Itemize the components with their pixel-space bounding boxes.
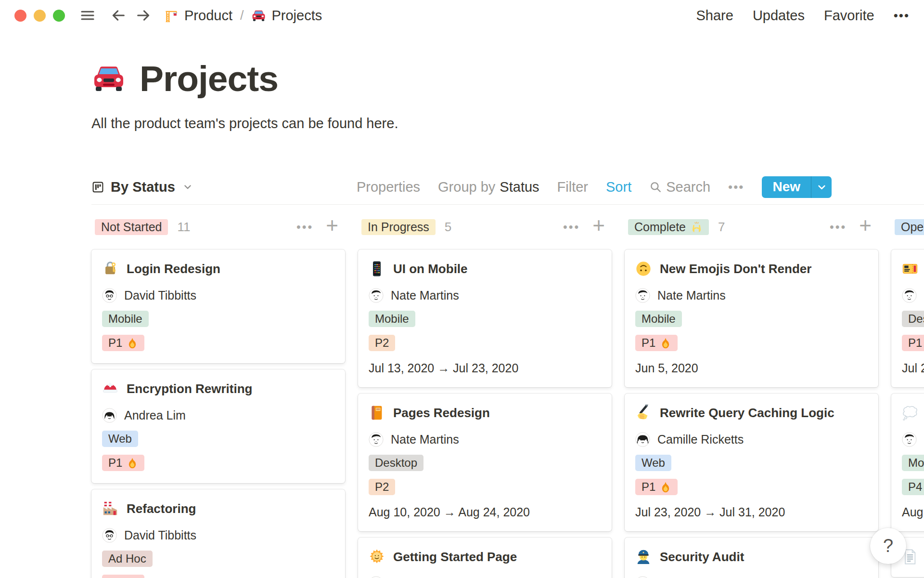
tag-label: P4 bbox=[908, 479, 922, 495]
construction-crane-icon bbox=[164, 8, 179, 23]
card-login-redesign[interactable]: Login RedesignDavid TibbittsMobileP1 bbox=[91, 250, 345, 363]
column-status-label: In Progress bbox=[368, 220, 429, 234]
avatar bbox=[635, 576, 650, 578]
page-title: Projects bbox=[140, 58, 278, 99]
tag-label: P1 bbox=[108, 455, 122, 471]
filter-button[interactable]: Filter bbox=[557, 179, 588, 195]
sidebar-menu-icon[interactable] bbox=[79, 7, 96, 24]
tag-p2: P2 bbox=[369, 335, 395, 351]
column-status-badge: Complete bbox=[628, 219, 709, 235]
search-label: Search bbox=[666, 179, 710, 195]
column-more-icon[interactable]: ••• bbox=[830, 220, 847, 234]
help-button[interactable]: ? bbox=[870, 528, 906, 564]
updates-button[interactable]: Updates bbox=[753, 8, 805, 24]
new-button-caret[interactable] bbox=[811, 176, 832, 198]
avatar bbox=[369, 432, 384, 447]
column-status-label: Complete bbox=[634, 220, 686, 234]
column-add-icon[interactable]: + bbox=[859, 218, 872, 233]
fire-icon bbox=[660, 337, 671, 349]
card-ui-on-mobile[interactable]: UI on MobileNate MartinsMobileP2Jul 13, … bbox=[358, 250, 612, 387]
card-title-text: Login Redesign bbox=[127, 262, 220, 276]
tag-label: P1 bbox=[908, 335, 922, 351]
search-button[interactable]: Search bbox=[649, 179, 710, 195]
card-title-row: New Emojis Don't Render bbox=[635, 261, 868, 277]
card-assignee: S bbox=[902, 432, 924, 447]
card-p[interactable]: PNDesP1Jul 2 bbox=[891, 250, 924, 387]
sort-button[interactable]: Sort bbox=[606, 179, 631, 195]
card-title-text: UI on Mobile bbox=[393, 262, 468, 276]
card-encryption-rewriting[interactable]: Encryption RewritingAndrea LimWebP1 bbox=[91, 369, 345, 483]
card-assignee: Camille Ricketts bbox=[635, 432, 868, 447]
tag-mobile: Mobile bbox=[102, 311, 149, 327]
card-title-row: Login Redesign bbox=[102, 261, 334, 277]
tag-label: Ad Hoc bbox=[108, 551, 146, 567]
tag-ad-hoc: Ad Hoc bbox=[102, 551, 153, 567]
card-getting-started-page[interactable]: Getting Started PageDavid Tibbitts bbox=[358, 538, 612, 578]
column-add-icon[interactable]: + bbox=[592, 218, 605, 233]
tag-label: Des bbox=[908, 311, 924, 327]
assignee-name: David Tibbitts bbox=[124, 528, 196, 542]
group-by-button[interactable]: Group by Status bbox=[438, 179, 539, 195]
column-add-icon[interactable]: + bbox=[326, 218, 338, 233]
breadcrumb-item-product[interactable]: Product bbox=[164, 8, 232, 24]
new-button-label[interactable]: New bbox=[762, 176, 811, 198]
column-status-label: Not Started bbox=[101, 220, 162, 234]
tag-mobile: Mobile bbox=[635, 311, 682, 327]
card-date: Jul 2 bbox=[902, 361, 924, 375]
tag-row: P1 bbox=[102, 335, 334, 351]
back-arrow-icon[interactable] bbox=[110, 7, 127, 24]
breadcrumb-item-projects[interactable]: Projects bbox=[251, 8, 322, 24]
properties-button[interactable]: Properties bbox=[357, 179, 420, 195]
column-controls: •••+ bbox=[563, 220, 612, 234]
search-icon bbox=[649, 181, 662, 193]
avatar bbox=[902, 288, 917, 303]
avatar bbox=[635, 288, 650, 303]
new-button[interactable]: New bbox=[762, 176, 832, 198]
toolbar-more-icon[interactable]: ••• bbox=[728, 180, 744, 195]
card-title-row: Encryption Rewriting bbox=[102, 381, 334, 397]
tag-p2: P2 bbox=[369, 479, 395, 495]
share-button[interactable]: Share bbox=[696, 8, 733, 24]
card-title-text: Encryption Rewriting bbox=[127, 381, 252, 396]
window-controls bbox=[14, 10, 65, 22]
red-car-icon bbox=[91, 61, 126, 96]
breadcrumb: Product / Projects bbox=[164, 8, 322, 24]
avatar bbox=[102, 528, 117, 543]
tag-label: Mob bbox=[908, 455, 924, 471]
card-security-audit[interactable]: Security AuditCamille Ricketts bbox=[625, 538, 878, 578]
tag-label: P1 bbox=[108, 575, 122, 578]
card-c[interactable]: CSMobP4Aug 3 bbox=[891, 394, 924, 531]
avatar bbox=[369, 288, 384, 303]
assignee-name: David Tibbitts bbox=[124, 289, 196, 302]
writing-hand-icon bbox=[635, 405, 652, 421]
card-rewrite-query-caching-logic[interactable]: Rewrite Query Caching LogicCamille Ricke… bbox=[625, 394, 878, 531]
window-minimize-button[interactable] bbox=[34, 10, 46, 22]
card-pages-redesign[interactable]: Pages RedesignNate MartinsDesktopP2Aug 1… bbox=[358, 394, 612, 531]
tag-row: Web bbox=[635, 455, 868, 471]
view-switcher[interactable]: By Status bbox=[91, 179, 192, 195]
tag-p1: P1 bbox=[635, 479, 678, 495]
tag-row: P1 bbox=[635, 335, 868, 351]
column-more-icon[interactable]: ••• bbox=[563, 220, 580, 234]
column-more-icon[interactable]: ••• bbox=[296, 220, 313, 234]
card-new-emojis-don-t-render[interactable]: New Emojis Don't RenderNate MartinsMobil… bbox=[625, 250, 878, 387]
card-title-text: Refactoring bbox=[127, 501, 196, 516]
board-column-open: Open•••+PNDesP1Jul 2CSMobP4Aug 3N bbox=[891, 218, 924, 578]
window-close-button[interactable] bbox=[14, 10, 26, 22]
window-zoom-button[interactable] bbox=[53, 10, 65, 22]
more-options-icon[interactable]: ••• bbox=[894, 8, 910, 23]
card-refactoring[interactable]: RefactoringDavid TibbittsAd HocP1 bbox=[91, 489, 345, 578]
favorite-button[interactable]: Favorite bbox=[824, 8, 874, 24]
tag-row: Mob bbox=[902, 455, 924, 471]
tag-row: Ad Hoc bbox=[102, 551, 334, 567]
column-count: 5 bbox=[445, 220, 451, 235]
raised-hands-icon bbox=[691, 221, 703, 233]
assignee-name: Camille Ricketts bbox=[657, 433, 744, 447]
tag-p1: P1 bbox=[102, 335, 144, 351]
tag-label: P1 bbox=[108, 335, 122, 351]
avatar bbox=[102, 288, 117, 303]
forward-arrow-icon[interactable] bbox=[135, 7, 152, 24]
board-column-not-started: Not Started11•••+Login RedesignDavid Tib… bbox=[91, 218, 345, 578]
tag-label: P1 bbox=[642, 479, 655, 495]
card-date: Jul 23, 2020 → Jul 31, 2020 bbox=[635, 505, 868, 519]
